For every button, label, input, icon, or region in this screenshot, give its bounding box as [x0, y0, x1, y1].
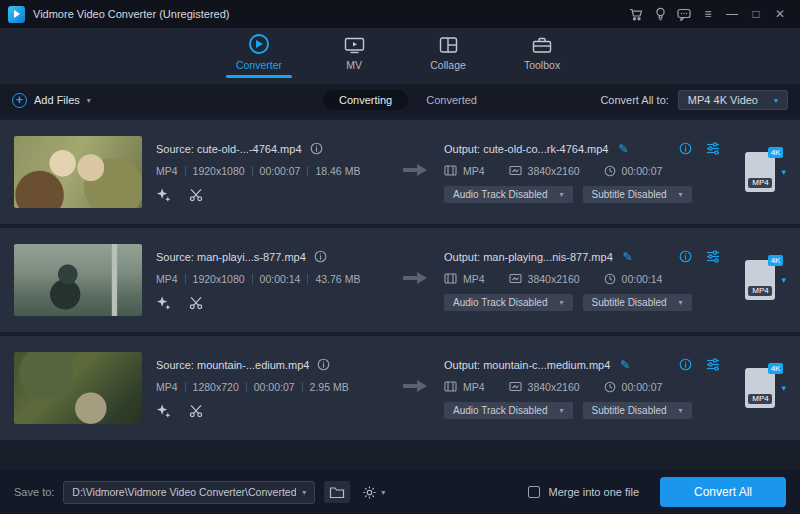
- settings-button[interactable]: ▾: [359, 485, 388, 500]
- output-info-icon[interactable]: [679, 358, 692, 371]
- open-folder-button[interactable]: [324, 481, 350, 503]
- bulb-icon[interactable]: [648, 2, 672, 26]
- divider: [302, 382, 303, 392]
- tab-collage[interactable]: Collage: [420, 36, 476, 78]
- tab-toolbox[interactable]: Toolbox: [514, 36, 570, 78]
- cut-icon[interactable]: [189, 188, 204, 202]
- output-format-dropdown[interactable]: MP4 4K Video ▾: [678, 90, 788, 110]
- clock-icon: [604, 165, 616, 177]
- caret-down-icon[interactable]: ▾: [781, 275, 786, 285]
- video-thumbnail[interactable]: [14, 136, 142, 208]
- menu-icon[interactable]: ≡: [696, 2, 720, 26]
- toolbar: + Add Files ▾ Converting Converted Conve…: [0, 84, 800, 116]
- output-column: Output: man-playing...nis-877.mp4 ✎ MP4: [444, 250, 724, 311]
- audio-track-dropdown[interactable]: Audio Track Disabled▾: [444, 186, 573, 203]
- source-column: Source: mountain-...edium.mp4 MP4 1280x7…: [156, 358, 386, 418]
- output-info-icon[interactable]: [679, 142, 692, 155]
- divider: [307, 274, 308, 284]
- source-filename: Source: mountain-...edium.mp4: [156, 359, 309, 371]
- caret-down-icon[interactable]: ▾: [781, 167, 786, 177]
- format-icon: [444, 381, 457, 392]
- caret-down-icon[interactable]: ▾: [781, 383, 786, 393]
- add-files-label: Add Files: [34, 94, 80, 106]
- audio-track-dropdown[interactable]: Audio Track Disabled▾: [444, 402, 573, 419]
- output-format-value: MP4 4K Video: [688, 94, 758, 106]
- divider: [185, 382, 186, 392]
- converter-icon: [249, 34, 269, 54]
- output-filename: Output: cute-old-co...rk-4764.mp4: [444, 143, 608, 155]
- 4k-badge: 4K: [768, 255, 784, 266]
- output-settings-icon[interactable]: [706, 358, 720, 371]
- source-column: Source: man-playi...s-877.mp4 MP4 1920x1…: [156, 250, 386, 310]
- output-profile[interactable]: 4K MP4 ▾: [724, 368, 786, 408]
- source-column: Source: cute-old-...-4764.mp4 MP4 1920x1…: [156, 142, 386, 202]
- merge-label: Merge into one file: [549, 486, 640, 498]
- effect-icon[interactable]: [156, 187, 171, 202]
- divider: [252, 166, 253, 176]
- output-profile[interactable]: 4K MP4 ▾: [724, 260, 786, 300]
- tab-label: Converter: [236, 59, 282, 71]
- rename-icon[interactable]: ✎: [623, 250, 633, 264]
- tab-converting[interactable]: Converting: [323, 90, 408, 110]
- cart-icon[interactable]: [624, 2, 648, 26]
- info-icon[interactable]: [317, 358, 330, 371]
- source-filename: Source: cute-old-...-4764.mp4: [156, 143, 302, 155]
- output-filename: Output: man-playing...nis-877.mp4: [444, 251, 613, 263]
- effect-icon[interactable]: [156, 403, 171, 418]
- output-meta: MP4 3840x2160 00:00:07: [444, 381, 724, 393]
- save-to-label: Save to:: [14, 486, 54, 498]
- info-icon[interactable]: [310, 142, 323, 155]
- audio-track-dropdown[interactable]: Audio Track Disabled▾: [444, 294, 573, 311]
- save-path-value: D:\Vidmore\Vidmore Video Converter\Conve…: [72, 486, 296, 498]
- output-info-icon[interactable]: [679, 250, 692, 263]
- output-settings-icon[interactable]: [706, 142, 720, 155]
- effect-icon[interactable]: [156, 295, 171, 310]
- output-file-icon[interactable]: 4K MP4: [745, 368, 775, 408]
- convert-all-to-label: Convert All to:: [600, 94, 668, 106]
- arrow-right-icon: [402, 377, 428, 399]
- cut-icon[interactable]: [189, 404, 204, 418]
- clock-icon: [604, 381, 616, 393]
- maximize-button[interactable]: □: [744, 2, 768, 26]
- feedback-icon[interactable]: [672, 2, 696, 26]
- merge-checkbox[interactable]: [528, 486, 540, 498]
- subtitle-dropdown[interactable]: Subtitle Disabled▾: [583, 186, 692, 203]
- convert-all-button[interactable]: Convert All: [660, 477, 786, 507]
- close-button[interactable]: ✕: [768, 2, 792, 26]
- file-row[interactable]: Source: mountain-...edium.mp4 MP4 1280x7…: [0, 336, 800, 440]
- info-icon[interactable]: [314, 250, 327, 263]
- video-thumbnail[interactable]: [14, 244, 142, 316]
- video-thumbnail[interactable]: [14, 352, 142, 424]
- divider: [307, 166, 308, 176]
- output-column: Output: mountain-c...medium.mp4 ✎ MP4: [444, 358, 724, 419]
- caret-down-icon: ▾: [302, 488, 306, 497]
- source-meta: MP4 1920x1080 00:00:14 43.76 MB: [156, 273, 386, 285]
- output-file-icon[interactable]: 4K MP4: [745, 260, 775, 300]
- output-settings-icon[interactable]: [706, 250, 720, 263]
- output-filename: Output: mountain-c...medium.mp4: [444, 359, 610, 371]
- minimize-button[interactable]: —: [720, 2, 744, 26]
- output-meta: MP4 3840x2160 00:00:07: [444, 165, 724, 177]
- caret-down-icon[interactable]: ▾: [87, 96, 91, 105]
- caret-down-icon: ▾: [679, 406, 683, 415]
- tab-mv[interactable]: MV: [326, 36, 382, 78]
- subtitle-dropdown[interactable]: Subtitle Disabled▾: [583, 294, 692, 311]
- 4k-badge: 4K: [768, 147, 784, 158]
- tab-converted[interactable]: Converted: [426, 94, 477, 106]
- arrow-right-icon: [402, 161, 428, 183]
- output-file-icon[interactable]: 4K MP4: [745, 152, 775, 192]
- format-badge: MP4: [748, 286, 772, 296]
- divider: [252, 274, 253, 284]
- caret-down-icon: ▾: [679, 190, 683, 199]
- subtitle-dropdown[interactable]: Subtitle Disabled▾: [583, 402, 692, 419]
- tab-converter[interactable]: Converter: [230, 34, 288, 78]
- save-path-dropdown[interactable]: D:\Vidmore\Vidmore Video Converter\Conve…: [63, 481, 315, 504]
- file-row[interactable]: Source: man-playi...s-877.mp4 MP4 1920x1…: [0, 228, 800, 332]
- file-row[interactable]: Source: cute-old-...-4764.mp4 MP4 1920x1…: [0, 120, 800, 224]
- cut-icon[interactable]: [189, 296, 204, 310]
- output-profile[interactable]: 4K MP4 ▾: [724, 152, 786, 192]
- add-files-button[interactable]: + Add Files ▾: [12, 93, 91, 108]
- rename-icon[interactable]: ✎: [620, 358, 630, 372]
- caret-down-icon: ▾: [560, 406, 564, 415]
- rename-icon[interactable]: ✎: [618, 142, 628, 156]
